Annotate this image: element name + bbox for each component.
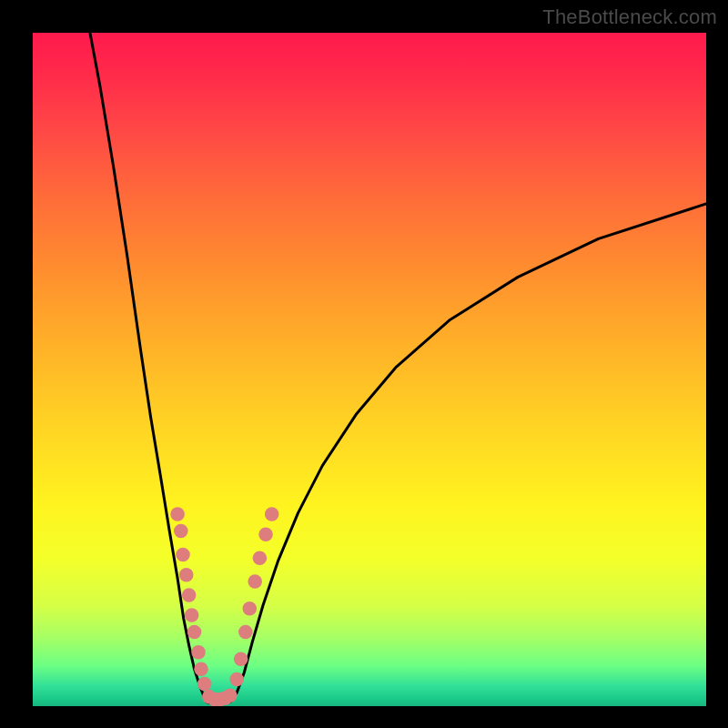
right-branch-marker [229,672,244,687]
right-branch-marker [253,551,268,565]
app-frame: TheBottleneck.com [0,0,728,728]
left-branch-marker [174,524,188,539]
chart-svg [33,33,706,706]
bottleneck-curve [90,33,706,703]
left-branch-marker [191,645,206,660]
chart-curves-layer [90,33,706,703]
left-branch-marker [176,548,190,562]
watermark-text: TheBottleneck.com [542,5,717,29]
left-branch-marker [170,507,185,521]
right-branch-marker [238,625,253,640]
right-branch-marker [234,652,248,666]
right-branch-marker [248,574,262,589]
left-branch-marker [182,588,197,602]
chart-plot-area [33,33,706,706]
left-branch-marker [194,662,208,677]
right-branch-marker [243,602,258,616]
valley-marker [223,688,238,703]
left-branch-marker [187,625,202,640]
right-branch-marker [258,528,273,542]
right-branch-marker [265,507,279,521]
left-branch-marker [179,568,194,582]
left-branch-marker [197,677,212,692]
left-branch-marker [185,608,199,622]
